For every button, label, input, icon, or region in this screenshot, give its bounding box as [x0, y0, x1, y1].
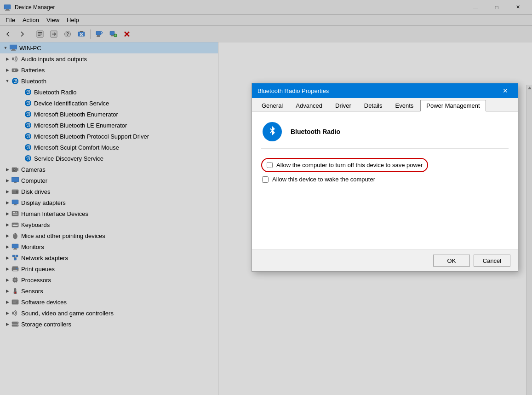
- tab-general[interactable]: General: [256, 100, 289, 111]
- tab-advanced[interactable]: Advanced: [290, 100, 328, 111]
- main-content: WIN-PC Audio inputs and outputs: [0, 42, 532, 395]
- dialog-footer: OK Cancel: [252, 250, 518, 271]
- dialog-close-button[interactable]: ✕: [498, 85, 512, 97]
- device-header: Bluetooth Radio: [261, 121, 509, 149]
- allow-turnoff-checkbox[interactable]: [267, 162, 273, 168]
- ok-button[interactable]: OK: [433, 255, 470, 267]
- dialog-titlebar: Bluetooth Radio Properties ✕: [252, 83, 518, 98]
- dialog-tabs: General Advanced Driver Details Events P…: [252, 98, 518, 111]
- device-icon-large: [261, 121, 283, 143]
- tab-power-management[interactable]: Power Management: [420, 100, 486, 111]
- dialog-title: Bluetooth Radio Properties: [257, 87, 498, 94]
- tab-driver[interactable]: Driver: [329, 100, 357, 111]
- cancel-button[interactable]: Cancel: [474, 255, 510, 267]
- allow-wake-checkbox[interactable]: [262, 176, 269, 183]
- allow-turnoff-label: Allow the computer to turn off this devi…: [276, 162, 423, 168]
- allow-wake-label: Allow this device to wake the computer: [272, 176, 375, 183]
- device-name: Bluetooth Radio: [291, 128, 340, 135]
- tab-events[interactable]: Events: [389, 100, 420, 111]
- allow-turnoff-highlight: Allow the computer to turn off this devi…: [261, 158, 428, 172]
- dialog-overlay: Bluetooth Radio Properties ✕ General Adv…: [0, 0, 532, 395]
- bluetooth-large-icon: [263, 122, 282, 141]
- tab-details[interactable]: Details: [358, 100, 389, 111]
- properties-dialog: Bluetooth Radio Properties ✕ General Adv…: [252, 83, 518, 272]
- allow-wake-row: Allow this device to wake the computer: [261, 176, 509, 183]
- dialog-body: Bluetooth Radio Allow the computer to tu…: [252, 111, 518, 250]
